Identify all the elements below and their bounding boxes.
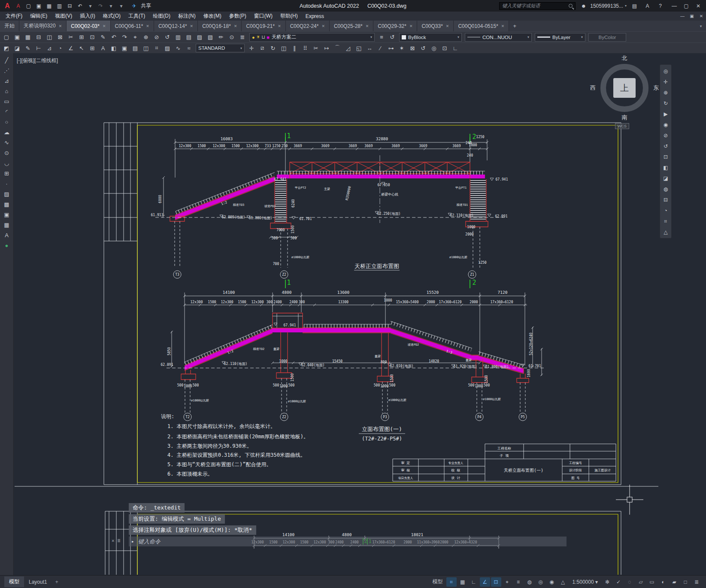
redo-icon[interactable]: ↷ — [119, 33, 130, 42]
mleader-icon[interactable]: ↖ — [76, 43, 87, 53]
publish-icon[interactable]: ⊠ — [55, 33, 65, 42]
break-icon[interactable]: ∕ — [375, 43, 385, 53]
doc-close-button[interactable]: ✕ — [697, 12, 706, 20]
command-input[interactable]: ✕ ≣ ▸ 键入命令 — [129, 537, 567, 546]
steering-icon[interactable]: ◉ — [661, 119, 671, 130]
tab-close-icon[interactable]: ✕ — [446, 24, 449, 28]
plot-icon[interactable]: ⊟ — [65, 1, 75, 10]
polyline-tool[interactable]: ⊿ — [1, 75, 12, 86]
menu-item[interactable]: 帮助(H) — [276, 12, 302, 21]
zoom-previous-icon[interactable]: ↺ — [162, 33, 173, 42]
transparency-icon[interactable]: ◍ — [524, 577, 535, 587]
menu-item[interactable]: 文件(F) — [2, 12, 26, 21]
scale-icon[interactable]: ◱ — [354, 43, 364, 53]
dim-linear-icon[interactable]: ⊢ — [33, 43, 44, 53]
selection-cycling-icon[interactable]: ◎ — [536, 577, 546, 587]
file-tab[interactable]: C00Q33*✕ — [417, 21, 454, 31]
workspace-switch-icon[interactable]: ✻ — [602, 577, 612, 587]
lock-ui-icon[interactable]: ▭ — [647, 577, 657, 587]
menu-item[interactable]: 视图(V) — [51, 12, 76, 21]
grid-icon[interactable]: ⌗ — [446, 577, 457, 587]
tab-close-icon[interactable]: ✕ — [146, 24, 149, 28]
table-icon[interactable]: ⊞ — [87, 43, 97, 53]
dim-aligned-icon[interactable]: ⊿ — [44, 43, 55, 53]
cut-icon[interactable]: ✂ — [66, 33, 76, 42]
move-icon[interactable]: ✛ — [246, 43, 257, 53]
ortho-icon[interactable]: ∟ — [469, 577, 479, 587]
search-icon[interactable] — [569, 4, 573, 8]
table-tool[interactable]: ▦ — [1, 220, 12, 230]
tab-close-icon[interactable]: ✕ — [501, 24, 505, 28]
block-editor-icon[interactable]: ◧ — [109, 43, 119, 53]
file-tab[interactable]: C00Q29-32*✕ — [373, 21, 417, 31]
explode-icon[interactable]: ✶ — [397, 43, 407, 53]
text-icon[interactable]: A — [98, 43, 108, 53]
graphics-performance-icon[interactable]: ▰ — [669, 577, 679, 587]
join-icon[interactable]: ⊶ — [386, 43, 396, 53]
maximize-button[interactable]: ▢ — [680, 1, 692, 11]
viewcube[interactable]: 上 北 南 西 东 WCS — [600, 64, 648, 112]
gradient-tool[interactable]: ▩ — [1, 199, 12, 209]
redo-icon[interactable]: ↷ — [96, 1, 106, 10]
file-tab[interactable]: 开始 — [0, 21, 19, 31]
menu-item[interactable]: Express — [302, 12, 328, 21]
offset-icon[interactable]: ∥ — [289, 43, 300, 53]
linetype-dropdown[interactable]: CON...NUOU ▾ — [465, 33, 532, 42]
zoom-window-icon[interactable]: ⊘ — [661, 130, 671, 141]
layout1-tab[interactable]: Layout1 — [24, 577, 52, 587]
menu-item[interactable]: 编辑(E) — [26, 12, 51, 21]
file-tab[interactable]: C00Q02-03*✕ — [67, 21, 110, 31]
mirror-icon[interactable]: ◫ — [279, 43, 289, 53]
save-icon[interactable]: ▦ — [23, 33, 33, 42]
autoscale-icon[interactable]: △ — [558, 577, 568, 587]
rotate-icon[interactable]: ↻ — [268, 43, 278, 53]
layer-states-icon[interactable]: ≡ — [376, 33, 387, 42]
trim-icon[interactable]: ✂ — [311, 43, 321, 53]
dim-radius-icon[interactable]: ◔ — [55, 43, 65, 53]
measure-icon[interactable]: ⌗ — [152, 43, 162, 53]
open-icon[interactable]: ▣ — [34, 1, 44, 10]
tab-close-icon[interactable]: ✕ — [103, 24, 106, 28]
annotation-scale-control[interactable]: 1:500000 ▾ — [569, 579, 601, 585]
quick-calc-icon[interactable]: ⊙ — [227, 33, 237, 42]
viewcube-wcs-menu[interactable]: WCS — [615, 123, 629, 129]
color-dropdown[interactable]: ByBlock ▾ — [399, 33, 462, 42]
tab-close-icon[interactable]: ✕ — [366, 24, 369, 28]
app-menu-logo[interactable]: A — [13, 1, 23, 10]
hatch-tool[interactable]: ▨ — [1, 189, 12, 199]
file-tab[interactable]: C00Q12-14*✕ — [154, 21, 198, 31]
viewcube-top-face[interactable]: 上 — [613, 78, 636, 98]
section-icon[interactable]: ⊟ — [661, 194, 671, 205]
new-layout-button[interactable]: + — [52, 577, 62, 587]
fillet-icon[interactable]: ⌒ — [332, 43, 342, 53]
tab-close-icon[interactable]: ✕ — [409, 24, 413, 28]
properties-icon[interactable]: ▥ — [173, 33, 183, 42]
tab-overflow-icon[interactable]: ▾ — [696, 21, 706, 31]
ellipse-arc-tool[interactable]: ◡ — [1, 158, 12, 168]
undo-icon[interactable]: ↶ — [109, 33, 119, 42]
hatch-edit-icon[interactable]: ▨ — [162, 43, 173, 53]
osnap-icon[interactable]: ⊡ — [491, 577, 501, 587]
tab-close-icon[interactable]: ✕ — [59, 24, 62, 28]
model-space-indicator[interactable]: 模型 — [433, 578, 443, 585]
units-icon[interactable]: ◌ — [624, 577, 635, 587]
annotate-icon[interactable]: ✎ — [23, 43, 33, 53]
zoom-previous-icon[interactable]: ↺ — [661, 141, 671, 151]
show-motion-icon[interactable]: ▶ — [661, 109, 671, 119]
autodesk-access-icon[interactable]: A — [642, 1, 652, 10]
osnap-tracking-icon[interactable]: ⌖ — [502, 577, 512, 587]
arc-tool[interactable]: ◜ — [1, 106, 12, 117]
file-tab[interactable]: C00Q25-28*✕ — [330, 21, 373, 31]
insert-block-tool[interactable]: ⊞ — [1, 168, 12, 178]
markup-icon[interactable]: ✏ — [216, 33, 226, 42]
lineweight-display-icon[interactable]: ≡ — [513, 577, 524, 587]
help-icon[interactable]: ? — [655, 1, 665, 10]
command-line[interactable]: 命令: _textedit当前设置: 编辑模式 = Multiple选择注释对象… — [129, 503, 571, 546]
menu-item[interactable]: 绘图(D) — [149, 12, 174, 21]
save-as-icon[interactable]: ▥ — [55, 1, 64, 10]
drawing-viewport[interactable]: 1608332880125024012x300150012x300150012x… — [14, 53, 706, 575]
walk-icon[interactable]: ⌗ — [661, 216, 671, 226]
zoom-realtime-icon[interactable]: ⊕ — [141, 33, 151, 42]
isolate-objects-icon[interactable]: ◐ — [658, 577, 668, 587]
drawing-canvas[interactable]: 1608332880125024012x300150012x300150012x… — [14, 53, 706, 575]
